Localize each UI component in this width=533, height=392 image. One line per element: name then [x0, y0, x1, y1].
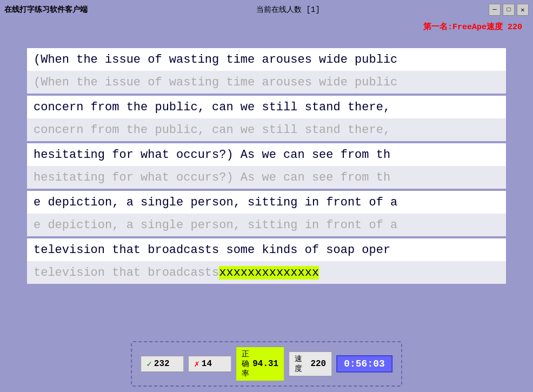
online-count: 当前在线人数 [1]: [256, 5, 320, 15]
minimize-button[interactable]: ─: [489, 4, 501, 16]
close-button[interactable]: ✕: [517, 4, 529, 16]
text-pair-1: (When the issue of wasting time arouses …: [27, 48, 506, 94]
accuracy-value: 94.31: [252, 359, 278, 369]
maximize-button[interactable]: □: [503, 4, 515, 16]
ghost-line-4: e depiction, a single person, sitting in…: [27, 214, 506, 236]
window-controls[interactable]: ─ □ ✕: [489, 4, 529, 16]
active-line-1: (When the issue of wasting time arouses …: [27, 48, 506, 71]
correct-count: 232: [154, 359, 170, 369]
ghost-text-before: television that broadcasts: [34, 266, 219, 280]
leaderboard-info: 第一名:FreeApe速度 220: [0, 19, 533, 32]
typing-area: (When the issue of wasting time arouses …: [0, 37, 533, 297]
active-line-3: hesitating for what occurs?) As we can s…: [27, 143, 506, 166]
text-pair-2: concern from the public, can we still st…: [27, 96, 506, 141]
ghost-text-highlight: xxxxxxxxxxxxxx: [219, 266, 319, 280]
leaderboard-text: 第一名:FreeApe速度 220: [423, 23, 522, 32]
active-line-2: concern from the public, can we still st…: [27, 96, 506, 118]
title-bar: 在线打字练习软件客户端 当前在线人数 [1] ─ □ ✕: [0, 0, 533, 19]
speed-item: 速度 220: [289, 351, 332, 376]
wrong-count-item: ✗ 14: [188, 356, 231, 372]
accuracy-item: 正确率 94.31: [236, 347, 284, 381]
active-line-5: television that broadcasts some kinds of…: [27, 238, 506, 261]
correct-icon: ✓: [146, 358, 152, 369]
status-bar: ✓ 232 ✗ 14 正确率 94.31 速度 220 0:56:03: [131, 341, 402, 387]
speed-label: 速度: [295, 354, 307, 374]
timer-value: 0:56:03: [344, 358, 385, 369]
wrong-icon: ✗: [194, 358, 199, 369]
accuracy-label: 正确率: [242, 349, 249, 378]
speed-value: 220: [310, 359, 326, 369]
ghost-line-2: concern from the public, can we still st…: [27, 118, 506, 141]
wrong-count: 14: [202, 359, 212, 369]
ghost-line-3: hesitating for what occurs?) As we can s…: [27, 166, 506, 189]
active-line-4: e depiction, a single person, sitting in…: [27, 191, 506, 214]
correct-count-item: ✓ 232: [141, 356, 184, 372]
text-pair-3: hesitating for what occurs?) As we can s…: [27, 143, 506, 189]
app-title: 在线打字练习软件客户端: [4, 5, 88, 15]
text-pair-4: e depiction, a single person, sitting in…: [27, 191, 506, 236]
text-pair-5: television that broadcasts some kinds of…: [27, 238, 506, 284]
ghost-line-1: (When the issue of wasting time arouses …: [27, 71, 506, 94]
timer-display: 0:56:03: [336, 355, 392, 373]
ghost-line-5: television that broadcasts xxxxxxxxxxxxx…: [27, 261, 506, 284]
